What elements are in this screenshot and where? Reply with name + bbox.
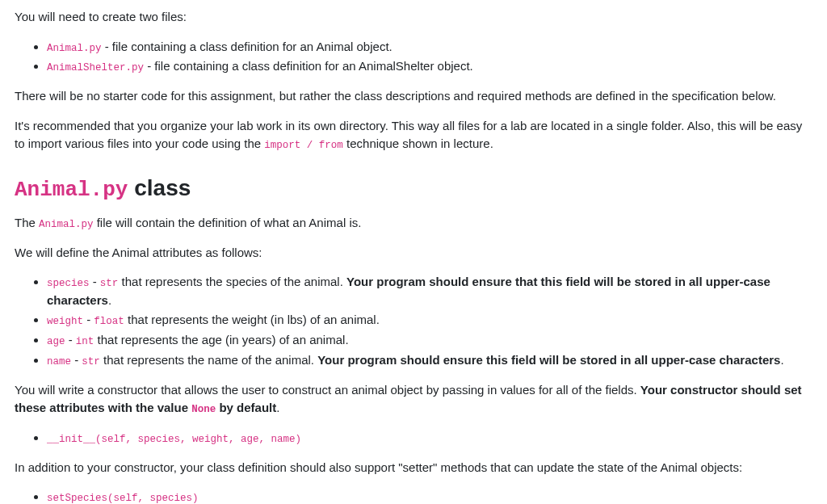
- section-heading: Animal.py class: [15, 171, 812, 206]
- text-span: file will contain the definition of what…: [94, 216, 362, 229]
- text-span: by default: [216, 401, 276, 414]
- attrs-intro-paragraph: We will define the Animal attributes as …: [15, 244, 812, 262]
- method-signature-code: setSpecies(self, species): [47, 493, 199, 504]
- list-item: __init__(self, species, weight, age, nam…: [47, 429, 812, 447]
- text-span: that represents the age (in years) of an…: [94, 333, 348, 346]
- attr-name-code: age: [47, 336, 65, 347]
- text-span: .: [108, 293, 111, 307]
- heading-code: Animal.py: [15, 178, 128, 202]
- text-span: that represents the weight (in lbs) of a…: [124, 313, 380, 326]
- filename-code: AnimalShelter.py: [47, 62, 144, 74]
- no-starter-paragraph: There will be no starter code for this a…: [15, 87, 812, 106]
- text-span: You will write a constructor that allows…: [15, 383, 640, 397]
- document-body: You will need to create two files: Anima…: [0, 0, 827, 504]
- constructor-paragraph: You will write a constructor that allows…: [15, 381, 812, 418]
- text-span: technique shown in lecture.: [343, 136, 493, 150]
- text-span: -: [71, 353, 82, 367]
- recommend-paragraph: It's recommended that you organize your …: [15, 117, 812, 153]
- list-item: weight - float that represents the weigh…: [47, 311, 812, 330]
- text-span: -: [83, 313, 94, 326]
- list-item: name - str that represents the name of t…: [47, 351, 812, 370]
- constructor-list: __init__(self, species, weight, age, nam…: [15, 429, 812, 447]
- text-span: -: [90, 275, 100, 288]
- setters-intro-paragraph: In addition to your constructor, your cl…: [15, 459, 812, 477]
- filename-code: Animal.py: [47, 43, 102, 54]
- setters-list: setSpecies(self, species) setWeight(self…: [15, 488, 812, 504]
- text-span: .: [780, 353, 783, 367]
- text-span: .: [276, 401, 279, 414]
- text-span: that represents the name of the animal.: [100, 353, 317, 367]
- bold-text: Your program should ensure this field wi…: [317, 353, 780, 367]
- text-span: -: [65, 333, 76, 346]
- attr-name-code: species: [47, 278, 90, 289]
- filename-code: Animal.py: [39, 219, 94, 230]
- attr-type-code: int: [76, 336, 94, 347]
- attributes-list: species - str that represents the specie…: [15, 273, 812, 370]
- list-item: Animal.py - file containing a class defi…: [47, 38, 812, 57]
- attr-type-code: str: [100, 278, 119, 289]
- list-item: AnimalShelter.py - file containing a cla…: [47, 57, 812, 76]
- heading-text: class: [128, 175, 191, 200]
- list-item: age - int that represents the age (in ye…: [47, 331, 812, 350]
- intro-paragraph: You will need to create two files:: [15, 8, 812, 27]
- text-span: The: [15, 216, 39, 229]
- none-code: None: [191, 404, 216, 415]
- file-desc: - file containing a class definition for…: [144, 59, 473, 73]
- attr-name-code: name: [47, 356, 71, 368]
- file-definition-paragraph: The Animal.py file will contain the defi…: [15, 214, 812, 233]
- text-span: that represents the species of the anima…: [118, 275, 346, 288]
- attr-name-code: weight: [47, 316, 83, 327]
- import-code: import / from: [264, 140, 343, 151]
- attr-type-code: float: [94, 316, 124, 327]
- attr-type-code: str: [82, 356, 100, 368]
- list-item: setSpecies(self, species): [47, 488, 812, 504]
- method-signature-code: __init__(self, species, weight, age, nam…: [47, 434, 301, 445]
- list-item: species - str that represents the specie…: [47, 273, 812, 309]
- files-list: Animal.py - file containing a class defi…: [15, 38, 812, 77]
- file-desc: - file containing a class definition for…: [102, 40, 393, 53]
